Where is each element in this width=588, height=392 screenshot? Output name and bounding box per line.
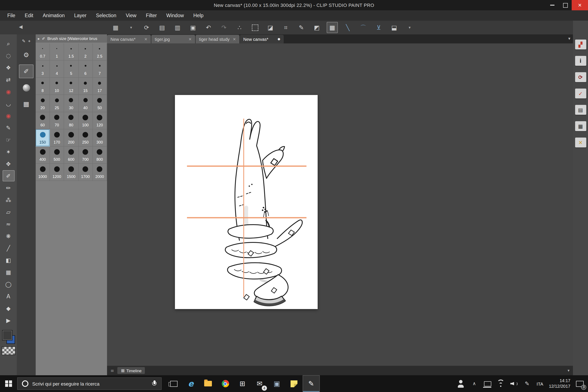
brush-size-1200[interactable]: 1200 — [50, 164, 64, 181]
selection-tool[interactable]: ◌ — [2, 50, 14, 61]
brush-size-400[interactable]: 400 — [36, 146, 50, 164]
main-color-swatch[interactable] — [2, 330, 12, 340]
tab-close-icon[interactable]: × — [233, 37, 236, 41]
brush-size-300[interactable]: 300 — [93, 130, 107, 146]
finger-tool[interactable]: ☞ — [2, 134, 14, 145]
text-tool[interactable]: A — [2, 290, 14, 302]
brush-size-1[interactable]: 1 — [50, 44, 64, 60]
taskbar-app-file-explorer[interactable] — [200, 375, 217, 392]
frame-border-tool[interactable]: ◉ — [2, 110, 14, 121]
taskbar-app-task-view[interactable] — [165, 375, 182, 392]
brush-size-30[interactable]: 30 — [64, 95, 78, 112]
menu-selection[interactable]: Selection — [91, 10, 121, 21]
brush-size-700[interactable]: 700 — [78, 146, 93, 164]
gradient-tool[interactable]: ◧ — [2, 254, 14, 266]
taskbar-app-microsoft-store[interactable]: ⊞ — [234, 375, 251, 392]
grid-tool[interactable]: ▦ — [2, 266, 14, 278]
brush-size-250[interactable]: 250 — [78, 130, 93, 146]
workspace-grid-button[interactable]: ▦ — [110, 22, 121, 33]
brush-size-4[interactable]: 4 — [50, 60, 64, 78]
taskbar-app-clip-studio-paint[interactable]: ✎ — [302, 375, 320, 392]
curve-ruler-button[interactable]: ⌒ — [358, 22, 369, 33]
menu-filter[interactable]: Filter — [141, 10, 162, 21]
menu-animation[interactable]: Animation — [38, 10, 70, 21]
brush-size-500[interactable]: 500 — [50, 146, 64, 164]
brush-size-50[interactable]: 50 — [93, 95, 107, 112]
auto-action-panel-icon[interactable]: ⟳ — [575, 72, 586, 82]
balloon-tool[interactable]: ◯ — [2, 278, 14, 290]
new-file-button[interactable]: ▤ — [156, 22, 168, 33]
microphone-icon[interactable] — [152, 380, 157, 387]
material-export-caret[interactable]: ▾ — [404, 22, 415, 33]
brush-tool[interactable]: ✐ — [2, 170, 14, 182]
brush-size-2.5[interactable]: 2.5 — [93, 44, 107, 60]
pen-input-icon[interactable]: ✎ — [523, 379, 531, 388]
subtool-material-grid[interactable]: ▦ — [19, 97, 34, 111]
navigator-panel-icon[interactable]: ✕ — [575, 138, 586, 148]
title-bar[interactable]: New canvas* (10.00 x 15.00in 300dpi 22.2… — [0, 0, 588, 10]
brush-size-17[interactable]: 17 — [93, 78, 107, 95]
brush-size-2[interactable]: 2 — [78, 44, 93, 60]
brush-size-600[interactable]: 600 — [64, 146, 78, 164]
brush-size-120[interactable]: 120 — [93, 112, 107, 130]
approval-panel-icon[interactable]: ✓ — [575, 88, 586, 98]
timeline-menu-icon[interactable]: ≡ — [110, 368, 114, 373]
document-tab-1[interactable]: tiger.jpg× — [151, 35, 195, 44]
taskbar-app-chrome-browser[interactable] — [217, 375, 234, 392]
subtool-sphere-preview[interactable] — [19, 81, 34, 94]
document-tab-3[interactable]: New canvas*● — [240, 35, 284, 44]
menu-layer[interactable]: Layer — [70, 10, 91, 21]
brush-size-200[interactable]: 200 — [64, 130, 78, 146]
tab-overflow-icon[interactable]: ▾ — [568, 36, 570, 41]
brush-size-170[interactable]: 170 — [50, 130, 64, 146]
brush-size-70[interactable]: 70 — [50, 112, 64, 130]
subtool-watercolor-brush[interactable]: ✐ — [19, 64, 34, 78]
brush-size-20[interactable]: 20 — [36, 95, 50, 112]
eyedropper-tool[interactable]: ◆ — [2, 302, 14, 314]
document-tab-0[interactable]: New canvas*× — [107, 35, 151, 44]
menu-file[interactable]: File — [2, 10, 20, 21]
minimize-button[interactable] — [546, 0, 559, 10]
figure-tool[interactable]: ◉ — [2, 86, 14, 97]
clock[interactable]: 14:17 12/12/2017 — [549, 378, 570, 389]
tone-correction-button[interactable]: ◩ — [311, 22, 322, 33]
canvas-viewport[interactable] — [107, 44, 573, 366]
eraser-tool[interactable]: ▱ — [2, 206, 14, 218]
close-button[interactable]: ✕ — [572, 0, 588, 10]
workspace-caret[interactable]: ▾ — [126, 22, 137, 33]
layer-panel-icon[interactable]: ▤ — [575, 105, 586, 115]
line-tool[interactable]: ╱ — [2, 242, 14, 254]
straight-ruler-button[interactable]: ╲ — [342, 22, 353, 33]
tab-unsaved-dot[interactable]: ● — [278, 38, 280, 41]
airbrush-tool[interactable]: ⁂ — [2, 194, 14, 206]
menu-edit[interactable]: Edit — [20, 10, 38, 21]
material-export-button[interactable]: ⬓ — [388, 22, 400, 33]
tab-close-icon[interactable]: × — [144, 37, 148, 41]
start-button[interactable] — [0, 375, 17, 392]
subtool-header-icon-1[interactable]: ⌖ — [28, 39, 30, 44]
taskbar-app-mail-app[interactable]: ✉4 — [251, 375, 268, 392]
pen-tool[interactable]: ✎ — [2, 122, 14, 133]
volume-icon[interactable] — [510, 380, 518, 387]
subtool-header-icon-0[interactable]: ✎ — [22, 39, 26, 44]
redo-button[interactable]: ↷ — [218, 22, 230, 33]
brush-size-80[interactable]: 80 — [64, 112, 78, 130]
brush-size-5[interactable]: 5 — [64, 60, 78, 78]
canvas-page[interactable] — [175, 95, 318, 309]
brush-size-12[interactable]: 12 — [64, 78, 78, 95]
brush-size-60[interactable]: 60 — [36, 112, 50, 130]
color-set-panel-icon[interactable]: ▞ — [575, 40, 586, 50]
people-icon[interactable] — [457, 379, 465, 388]
taskbar-app-sticky-notes[interactable] — [286, 375, 302, 392]
object-select-tool[interactable]: ▶ — [2, 315, 14, 326]
brush-size-800[interactable]: 800 — [93, 146, 107, 164]
collapse-panel-icon[interactable]: ◀ — [19, 24, 22, 30]
auto-select-tool[interactable]: ✶ — [2, 146, 14, 157]
brush-size-8[interactable]: 8 — [36, 78, 50, 95]
taskbar-search[interactable]: Scrivi qui per eseguire la ricerca — [17, 378, 162, 390]
operation-tool[interactable]: ❖ — [2, 62, 14, 73]
timeline-tab[interactable]: ▦ Timeline — [118, 367, 145, 374]
save-file-button[interactable]: ▣ — [188, 22, 198, 33]
menu-help[interactable]: Help — [189, 10, 208, 21]
blend-tool[interactable]: ≈ — [2, 218, 14, 230]
